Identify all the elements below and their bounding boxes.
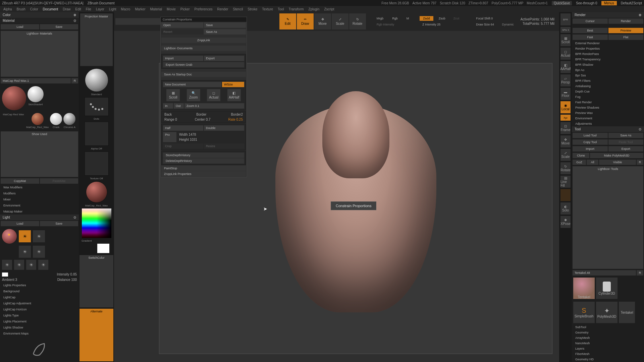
zoom-value-slider[interactable]: Zoom 0.1 (184, 103, 244, 109)
menu-macro[interactable]: Macro (121, 7, 130, 11)
light-section-head[interactable]: Light⊙ (0, 215, 79, 220)
render-fast-button[interactable]: Fast (573, 35, 608, 40)
material-section-head[interactable]: Material⊙ (0, 18, 79, 23)
render-properties-section[interactable]: Render Properties (572, 46, 644, 51)
primary-color-swatch[interactable] (97, 244, 109, 253)
bpr-transparency-section[interactable]: BPR Transparency (572, 57, 644, 62)
cursor-button[interactable]: Cursor (573, 18, 608, 24)
export-screengrab-button[interactable]: Export Screen Grab (163, 62, 244, 67)
bpr-ao-section[interactable]: Bpr Ao (572, 67, 644, 73)
doc-range-slider[interactable]: Range 0 (164, 118, 177, 121)
distance-slider[interactable]: Distance 100 (57, 278, 77, 282)
menu-material[interactable]: Material (150, 7, 162, 11)
mixer-section[interactable]: Mixer (0, 196, 79, 202)
alpha-preview[interactable] (85, 122, 109, 146)
menu-marker[interactable]: Marker (135, 7, 145, 11)
zapplink-properties-button[interactable]: ZAppLink Properties (161, 171, 246, 177)
material-save-button[interactable]: Save (40, 24, 78, 29)
arraymesh-section[interactable]: ArrayMesh (572, 335, 644, 341)
texture-preview[interactable] (85, 152, 109, 176)
spix-slider[interactable]: SPix 3 (560, 27, 571, 33)
doc-export-button[interactable]: Export (204, 56, 244, 61)
fast-render-section[interactable]: Fast Render (572, 100, 644, 105)
light-6-button[interactable]: ☀ (14, 260, 24, 270)
preview-wax-section[interactable]: Preview Wax (572, 110, 644, 116)
doc-center-slider[interactable]: Center 0.7 (195, 118, 211, 121)
light-preview-sphere[interactable] (2, 229, 17, 244)
doc-revert-button[interactable]: Revert (161, 29, 203, 35)
light-3-button[interactable]: ☀ (19, 246, 31, 258)
save-startup-doc-button[interactable]: Save As Startup Doc (161, 72, 246, 77)
light-save-button[interactable]: Save (40, 221, 78, 226)
mrgb-button[interactable]: Mrgb (374, 16, 386, 21)
menu-document[interactable]: Document (43, 7, 58, 11)
geometry-hd-section[interactable]: Geometry HD (572, 357, 644, 362)
light-5-button[interactable]: ☀ (2, 260, 12, 270)
fibermesh-section[interactable]: FiberMesh (572, 351, 644, 357)
draw-mode-button[interactable]: ✏Draw (297, 13, 314, 29)
bpr-sss-section[interactable]: Bpr Sss (572, 73, 644, 78)
material-swatch-main[interactable] (2, 86, 26, 110)
material-r-button[interactable]: R (71, 78, 78, 83)
nav-xyz-button[interactable]: Xyz (560, 115, 571, 121)
alternate-button[interactable]: Alternate (79, 309, 113, 361)
nav-frame-button[interactable]: ⊡Frame (560, 122, 571, 134)
close-icon[interactable]: ⊗ (73, 13, 76, 17)
light-4-button[interactable]: ☀ (33, 246, 45, 258)
adjustments-section[interactable]: Adjustments (572, 121, 644, 126)
menu-alpha[interactable]: Alpha (3, 7, 12, 11)
copymat-button[interactable]: CopyMat (1, 178, 39, 184)
light-color-swatch[interactable] (2, 273, 8, 277)
menu-preferences[interactable]: Preferences (195, 7, 213, 11)
render-section-head[interactable]: Render⊗ (572, 12, 644, 18)
zoom-out-button[interactable]: Out (174, 103, 184, 109)
tool-section-head[interactable]: Tool⊙ (572, 126, 644, 132)
menu-transform[interactable]: Transform (288, 7, 304, 11)
copy-tool-button[interactable]: Copy Tool (573, 139, 608, 145)
doc-height-slider[interactable]: Height 1031 (179, 138, 197, 141)
menu-stroke[interactable]: Stroke (248, 7, 257, 11)
focal-shift-slider[interactable]: Focal Shift 0 (473, 16, 517, 21)
rgb-button[interactable]: Rgb (389, 16, 400, 21)
antialiasing-section[interactable]: Antialiasing (572, 83, 644, 89)
color-picker[interactable] (82, 208, 111, 238)
menu-file[interactable]: File (86, 7, 91, 11)
nav-aahalf-button[interactable]: ◧AAHalf (560, 61, 571, 73)
move-mode-button[interactable]: ✥Move (314, 13, 331, 29)
material-swatch-skinshade4[interactable] (28, 86, 44, 102)
render-preview-button[interactable]: Preview (608, 28, 644, 33)
lights-properties-section[interactable]: Lights Properties (0, 282, 79, 288)
nanomesh-section[interactable]: NanoMesh (572, 341, 644, 346)
lights-shadow-section[interactable]: Lights Shadow (0, 324, 79, 330)
preview-shadows-section[interactable]: Preview Shadows (572, 105, 644, 110)
store-depth-history-button[interactable]: StoreDepthHistory (163, 153, 244, 158)
delete-depth-history-button[interactable]: DeleteDepthHistory (163, 158, 244, 164)
environment-section[interactable]: Environment (0, 202, 79, 208)
menu-zplugin[interactable]: Zplugin (309, 7, 320, 11)
zapplink-button[interactable]: ZAppLink (161, 38, 246, 43)
doc-half-button[interactable]: Half (163, 125, 203, 131)
doc-zoom-button[interactable]: 🔍Zoom (187, 89, 200, 101)
menu-edit[interactable]: Edit (75, 7, 81, 11)
pin-icon[interactable]: ⊙ (73, 19, 76, 22)
draw-size-slider[interactable]: Draw Size 64 (473, 22, 497, 27)
stroke-preview[interactable] (85, 97, 109, 116)
load-tool-button[interactable]: Load Tool (573, 133, 608, 138)
quicksave-button[interactable]: QuickSave (552, 1, 572, 5)
nav-solo-button[interactable]: ◐Solo (560, 202, 571, 215)
menu-picker[interactable]: Picker (180, 7, 190, 11)
doc-pro-button[interactable]: Pro (163, 132, 176, 142)
lightcap-horizon-section[interactable]: LightCap Horizon (0, 306, 79, 312)
lightbox-documents-button[interactable]: Lightbox› Documents (161, 46, 246, 51)
doc-rate-slider[interactable]: Rate 0.25 (228, 118, 243, 121)
lightbox-tools-button[interactable]: Lightbox› Tools (573, 166, 643, 269)
material-preview[interactable] (86, 181, 107, 203)
tool-thumb-simplebrush[interactable]: SSimpleBrush (573, 302, 595, 323)
menu-draw[interactable]: Draw (63, 7, 70, 11)
edit-mode-button[interactable]: ✎Edit (279, 13, 296, 29)
color-section-head[interactable]: Color⊗ (0, 12, 79, 18)
external-renderer-section[interactable]: External Renderer (572, 41, 644, 46)
subtool-section[interactable]: SubTool (572, 324, 644, 330)
doc-width-slider[interactable]: Width 1478 (179, 133, 196, 136)
light-8-button[interactable]: ☀ (38, 260, 48, 270)
